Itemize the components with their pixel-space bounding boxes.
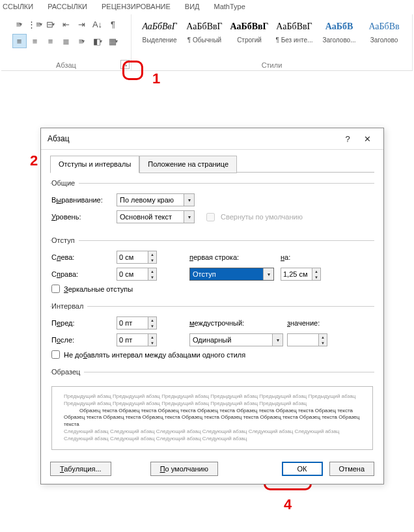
- align-left-icon[interactable]: ≡: [12, 34, 27, 48]
- annotation-label-4: 4: [284, 496, 292, 513]
- chevron-down-icon: ▾: [263, 268, 273, 280]
- help-button[interactable]: ?: [338, 132, 357, 145]
- numbering-icon[interactable]: ⋮≡▾: [28, 17, 42, 31]
- by-spinner[interactable]: ▲▼: [281, 268, 321, 281]
- at-label: значение:: [287, 319, 326, 327]
- style-item[interactable]: АаБбВвГ¶ Обычный: [184, 17, 225, 44]
- align-center-icon[interactable]: ≡: [28, 34, 42, 48]
- style-item[interactable]: АаБбВвГ¶ Без инте...: [274, 17, 315, 44]
- ribbon-tab[interactable]: ССЫЛКИ: [3, 3, 33, 10]
- left-spinner[interactable]: ▲▼: [117, 251, 157, 264]
- left-label: Слева:: [51, 253, 117, 261]
- section-general: Общие Выравнивание: По левому краю▾ Уров…: [50, 179, 374, 230]
- before-spinner[interactable]: ▲▼: [117, 316, 157, 329]
- tabs-button[interactable]: Табуляция...: [50, 462, 111, 476]
- ribbon-tab[interactable]: РАССЫЛКИ: [48, 3, 87, 10]
- group-styles: АаБбВвГВыделениеАаБбВвГ¶ ОбычныйАаБбВвГС…: [131, 14, 413, 70]
- multilevel-icon[interactable]: ⊟▾: [44, 17, 58, 31]
- style-item[interactable]: АаБбВвГСтрогий: [229, 17, 270, 44]
- section-indent: Отступ Слева: ▲▼ первая строка: на: Спра…: [50, 236, 374, 296]
- section-spacing: Интервал Перед: ▲▼ междустрочный: значен…: [50, 302, 374, 361]
- alignment-label: Выравнивание:: [51, 196, 117, 204]
- right-label: Справа:: [51, 270, 117, 278]
- ribbon-tab[interactable]: ВИД: [185, 3, 200, 10]
- group-label-paragraph: Абзац: [56, 61, 76, 69]
- style-item[interactable]: АаБбВЗаголово...: [319, 17, 360, 44]
- align-right-icon[interactable]: ≡: [44, 34, 58, 48]
- by-label: на:: [281, 253, 313, 261]
- section-preview: Образец Предыдущий абзац Предыдущий абза…: [50, 368, 374, 453]
- firstline-label: первая строка:: [189, 253, 281, 261]
- ribbon-tab[interactable]: РЕЦЕНЗИРОВАНИЕ: [102, 3, 171, 10]
- decrease-indent-icon[interactable]: ⇤: [59, 17, 74, 31]
- justify-icon[interactable]: ≣: [59, 34, 74, 48]
- noaddspace-label: Не добавлять интервал между абзацами одн…: [64, 351, 245, 359]
- style-item[interactable]: АаБбВвЗаголово: [364, 17, 405, 44]
- level-combo[interactable]: Основной текст▾: [117, 210, 195, 223]
- after-spinner[interactable]: ▲▼: [117, 333, 157, 346]
- line-spacing-icon[interactable]: ≡▾: [75, 34, 89, 48]
- mirror-checkbox[interactable]: [51, 285, 60, 293]
- alignment-combo[interactable]: По левому краю▾: [117, 193, 195, 206]
- noaddspace-checkbox[interactable]: [51, 350, 60, 359]
- linespacing-combo[interactable]: Одинарный▾: [189, 333, 283, 346]
- shading-icon[interactable]: ◧▾: [90, 34, 105, 48]
- before-label: Перед:: [51, 319, 117, 327]
- paragraph-dialog: Абзац ? ✕ Отступы и интервалы Положение …: [40, 128, 384, 484]
- close-button[interactable]: ✕: [357, 132, 377, 145]
- level-label: Уровень:: [51, 213, 117, 221]
- sort-icon[interactable]: A↓: [90, 17, 105, 31]
- borders-icon[interactable]: ▦▾: [106, 34, 120, 48]
- ribbon-tab[interactable]: MathType: [214, 3, 245, 10]
- bullets-icon[interactable]: ≡▾: [12, 17, 27, 31]
- mirror-label: Зеркальные отступы: [64, 285, 133, 293]
- dialog-title: Абзац: [48, 134, 338, 143]
- preview-box: Предыдущий абзац Предыдущий абзац Предыд…: [51, 386, 373, 450]
- cancel-button[interactable]: Отмена: [329, 462, 374, 476]
- linespacing-label: междустрочный:: [189, 319, 287, 327]
- group-paragraph: ≡▾ ⋮≡▾ ⊟▾ ⇤ ⇥ A↓ ¶ ≡ ≡ ≡ ≣ ≡▾ ◧▾ ▦▾: [1, 14, 131, 70]
- increase-indent-icon[interactable]: ⇥: [75, 17, 89, 31]
- ok-button[interactable]: ОК: [282, 462, 323, 476]
- chevron-down-icon: ▾: [184, 211, 194, 223]
- tab-indents[interactable]: Отступы и интервалы: [50, 156, 139, 173]
- group-label-styles: Стили: [262, 61, 283, 69]
- annotation-label-2: 2: [30, 152, 38, 169]
- collapsed-checkbox: [206, 213, 215, 221]
- chevron-down-icon: ▾: [184, 194, 194, 206]
- collapsed-label: Свернуты по умолчанию: [221, 213, 303, 221]
- default-button[interactable]: По умолчанию: [150, 462, 218, 476]
- annotation-label-1: 1: [152, 70, 160, 87]
- firstline-combo[interactable]: Отступ▾: [189, 268, 274, 281]
- after-label: После:: [51, 336, 117, 344]
- chevron-down-icon: ▾: [272, 334, 283, 346]
- right-spinner[interactable]: ▲▼: [117, 268, 157, 281]
- dialog-titlebar: Абзац ? ✕: [41, 128, 383, 150]
- paragraph-dialog-launcher[interactable]: ↘: [120, 60, 130, 69]
- at-spinner[interactable]: ▲▼: [287, 333, 327, 346]
- ribbon: ССЫЛКИ РАССЫЛКИ РЕЦЕНЗИРОВАНИЕ ВИД MathT…: [0, 0, 414, 71]
- tab-position[interactable]: Положение на странице: [139, 156, 237, 173]
- style-item[interactable]: АаБбВвГВыделение: [139, 17, 180, 44]
- show-marks-icon[interactable]: ¶: [106, 17, 120, 31]
